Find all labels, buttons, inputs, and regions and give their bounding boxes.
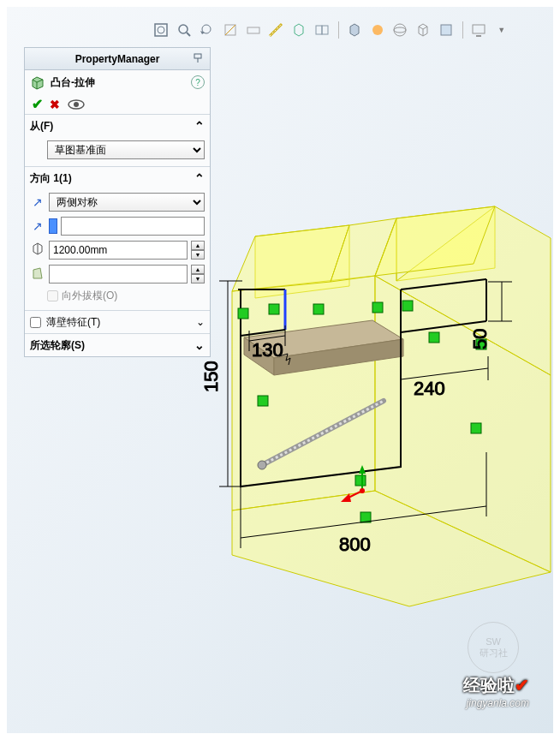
watermark-url: jingyanla.com	[463, 697, 529, 709]
svg-marker-10	[232, 276, 375, 510]
direction1-section: 方向 1(1) ⌃ ↗ 两侧对称 ↗	[25, 167, 210, 311]
svg-point-63	[179, 25, 188, 33]
svg-point-72	[394, 24, 406, 36]
dim-800[interactable]: 800	[339, 534, 371, 555]
section-view-icon[interactable]	[221, 21, 239, 39]
help-icon[interactable]: ?	[191, 75, 205, 89]
check-icon: ✔	[515, 676, 529, 695]
zoom-area-icon[interactable]	[176, 21, 194, 39]
direction-vector-field[interactable]	[61, 217, 205, 236]
feature-title: 凸台-拉伸	[51, 75, 186, 90]
monitor-icon[interactable]	[469, 21, 487, 39]
svg-point-62	[158, 27, 164, 33]
watermark-text: 经验啦	[463, 676, 515, 695]
draft-outward-row: 向外拔模(O)	[30, 289, 205, 303]
spin-down[interactable]: ▼	[191, 250, 205, 260]
pin-icon[interactable]	[191, 51, 205, 65]
shaded-edges-icon[interactable]	[345, 21, 363, 39]
svg-line-64	[187, 33, 190, 36]
selected-contours-header[interactable]: 所选轮廓(S) ⌄	[25, 334, 210, 356]
from-body: 草图基准面	[25, 137, 210, 166]
compare-icon[interactable]	[313, 21, 331, 39]
reverse-direction-icon[interactable]: ↗	[30, 194, 45, 210]
draft-outward-checkbox	[47, 290, 58, 301]
from-select[interactable]: 草图基准面	[47, 140, 205, 159]
svg-rect-34	[402, 301, 413, 311]
cancel-icon[interactable]: ✖	[50, 98, 60, 111]
svg-rect-32	[313, 304, 324, 314]
thin-feature-checkbox[interactable]	[30, 317, 41, 328]
feature-header: 凸台-拉伸 ?	[25, 70, 210, 94]
depth-spinner[interactable]: ▲▼	[191, 241, 205, 260]
svg-rect-68	[247, 27, 259, 33]
sw-badge-line2: 研习社	[480, 647, 508, 659]
view-toolbar: ▼	[152, 19, 510, 41]
svg-rect-30	[238, 308, 248, 319]
svg-point-29	[258, 461, 266, 469]
svg-line-67	[225, 25, 235, 35]
dim-50[interactable]: 50	[469, 329, 491, 349]
end-condition-select[interactable]: 两侧对称	[49, 193, 205, 212]
zoom-fit-icon[interactable]	[152, 21, 170, 39]
from-header[interactable]: 从(F) ⌃	[25, 115, 210, 137]
from-section: 从(F) ⌃ 草图基准面	[25, 115, 210, 167]
draft-angle-field[interactable]	[49, 265, 188, 283]
svg-rect-37	[258, 396, 268, 406]
selected-contours-section: 所选轮廓(S) ⌄	[25, 334, 210, 356]
dim-130[interactable]: 130	[252, 339, 283, 361]
from-label: 从(F)	[30, 119, 53, 134]
pm-title-label: PropertyManager	[75, 53, 160, 65]
svg-rect-70	[322, 26, 328, 34]
svg-rect-38	[471, 423, 481, 433]
spin-down[interactable]: ▼	[191, 274, 205, 283]
svg-point-45	[360, 488, 365, 493]
svg-rect-40	[355, 475, 366, 486]
draft-spinner[interactable]: ▲▼	[191, 265, 205, 283]
direction1-body: ↗ 两侧对称 ↗ ▲▼	[25, 189, 210, 310]
depth-field[interactable]	[49, 241, 188, 260]
thin-feature-row[interactable]: 薄壁特征(T) ⌄	[25, 311, 210, 333]
svg-point-80	[74, 102, 79, 107]
draft-outward-label: 向外拔模(O)	[62, 289, 117, 303]
from-combo[interactable]: 草图基准面	[47, 140, 205, 159]
direction-arrow-icon[interactable]: ↗	[30, 218, 45, 234]
property-manager-title: PropertyManager	[25, 48, 210, 70]
view-cube-icon[interactable]	[414, 21, 432, 39]
scene-icon[interactable]	[391, 21, 409, 39]
confirm-row: ✔ ✖	[25, 94, 210, 115]
display-style-icon[interactable]	[290, 21, 308, 39]
spin-up[interactable]: ▲	[191, 241, 205, 250]
dyn-section-icon[interactable]	[244, 21, 262, 39]
svg-point-71	[372, 25, 383, 35]
svg-rect-75	[473, 25, 485, 33]
detailed-preview-icon[interactable]	[67, 98, 84, 110]
end-condition-combo[interactable]: 两侧对称	[49, 193, 205, 212]
dropdown-icon[interactable]: ▼	[492, 21, 510, 39]
depth-icon	[30, 242, 45, 258]
depth-row: ▲▼	[30, 241, 205, 260]
direction-selection[interactable]	[49, 218, 57, 234]
draft-row: ▲▼	[30, 265, 205, 283]
render-icon[interactable]	[368, 21, 386, 39]
direction1-header[interactable]: 方向 1(1) ⌃	[25, 167, 210, 189]
draft-icon[interactable]	[30, 266, 45, 282]
svg-rect-33	[372, 302, 383, 313]
dim-240[interactable]: 240	[414, 378, 445, 399]
toolbar-separator	[338, 21, 339, 39]
spin-up[interactable]: ▲	[191, 265, 205, 274]
chevron-up-icon: ⌃	[194, 171, 205, 185]
selected-contours-label: 所选轮廓(S)	[30, 338, 85, 353]
display-pane-icon[interactable]	[438, 21, 456, 39]
prev-view-icon[interactable]	[199, 21, 217, 39]
property-manager-panel: PropertyManager 凸台-拉伸 ? ✔ ✖ 从(F) ⌃ 草图基准面	[24, 47, 211, 357]
svg-rect-69	[316, 26, 322, 34]
chevron-up-icon: ⌃	[194, 119, 205, 133]
measure-icon[interactable]	[267, 21, 285, 39]
direction-vector-row: ↗	[30, 217, 205, 236]
svg-rect-35	[429, 332, 439, 343]
dim-150[interactable]: 150	[200, 361, 222, 392]
thin-feature-section: 薄壁特征(T) ⌄	[25, 311, 210, 334]
ok-icon[interactable]: ✔	[32, 96, 43, 112]
svg-rect-77	[194, 54, 201, 58]
svg-point-73	[394, 27, 406, 33]
